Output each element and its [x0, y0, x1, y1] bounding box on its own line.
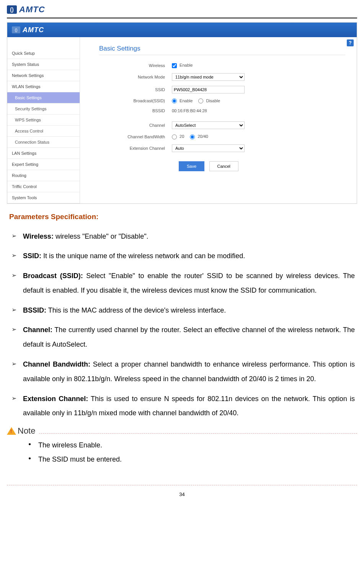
wireless-label: Wireless	[99, 63, 172, 68]
router-brand: AMTC	[23, 26, 44, 34]
sidebar-item-system-status[interactable]: System Status	[7, 59, 80, 70]
page-footer: 34	[7, 485, 357, 497]
param-bandwidth: Channel Bandwidth: Select a proper chann…	[9, 357, 355, 387]
bandwidth-2040-radio[interactable]: 20/40	[190, 134, 208, 139]
sidebar-item-routing[interactable]: Routing	[7, 170, 80, 181]
note-list: The wireless Enable. The SSID must be en…	[7, 436, 357, 475]
param-wireless: Wireless: wireless "Enable" or "Disable"…	[9, 229, 355, 244]
footer-divider	[7, 485, 357, 485]
broadcast-disable-radio[interactable]: Disable	[198, 98, 220, 103]
sidebar-item-expert-setting[interactable]: Expert Setting	[7, 159, 80, 170]
bssid-label: BSSID	[99, 108, 172, 113]
sidebar-item-system-tools[interactable]: System Tools	[7, 192, 80, 203]
param-channel: Channel: The currently used channel by t…	[9, 323, 355, 352]
brand-logo: () AMTC	[7, 5, 357, 15]
sidebar-item-traffic-control[interactable]: Triffic Control	[7, 181, 80, 192]
ssid-input[interactable]	[172, 86, 245, 93]
sidebar-item-quick-setup[interactable]: Quick Setup	[7, 48, 80, 59]
broadcast-label: Broadcast(SSID)	[99, 98, 172, 103]
ext-channel-select[interactable]: Auto	[172, 144, 245, 152]
note-item: The SSID must be entered.	[28, 455, 357, 464]
page-number: 34	[7, 491, 357, 497]
note-divider	[39, 433, 357, 434]
sidebar-item-access-control[interactable]: Access Control	[7, 126, 80, 137]
param-broadcast: Broadcast (SSID): Select "Enable" to ena…	[9, 269, 355, 298]
note-item: The wireless Enable.	[28, 441, 357, 449]
content-title: Basic Settings	[99, 45, 345, 55]
sidebar-item-security-settings[interactable]: Security Settings	[7, 103, 80, 115]
param-ext-channel: Extension Channel: This is used to ensur…	[9, 392, 355, 421]
network-mode-select[interactable]: 11b/g/n mixed mode	[172, 73, 245, 81]
note-section: Note The wireless Enable. The SSID must …	[7, 426, 357, 475]
sidebar-item-wps-settings[interactable]: WPS Settings	[7, 115, 80, 126]
bandwidth-20-radio[interactable]: 20	[172, 134, 184, 139]
swirl-icon: ()	[12, 26, 20, 33]
cancel-button[interactable]: Cancel	[209, 161, 238, 171]
parameters-heading: Parameters Specification:	[9, 211, 355, 223]
ext-channel-label: Extension Channel	[99, 146, 172, 151]
page-header: () AMTC	[0, 0, 364, 15]
brand-text: AMTC	[19, 5, 45, 15]
bandwidth-label: Channel BandWidth	[99, 134, 172, 139]
param-ssid: SSID: It is the unique name of the wirel…	[9, 249, 355, 264]
swirl-icon: ()	[7, 5, 17, 14]
sidebar-nav: Quick Setup System Status Network Settin…	[7, 37, 80, 203]
bssid-value: 00:16:FB:B0:44:28	[172, 108, 207, 113]
router-topbar: () AMTC	[7, 23, 357, 37]
ssid-label: SSID	[99, 87, 172, 92]
sidebar-item-wlan-settings[interactable]: WLAN Settings	[7, 81, 80, 92]
sidebar-item-basic-settings[interactable]: Basic Settings	[7, 92, 80, 103]
sidebar-item-connection-status[interactable]: Connection Status	[7, 137, 80, 148]
param-bssid: BSSID: This is the MAC address of the de…	[9, 303, 355, 318]
network-mode-label: Network Mode	[99, 75, 172, 79]
header-divider	[7, 18, 357, 18]
channel-label: Channel	[99, 123, 172, 128]
help-icon[interactable]: ?	[347, 39, 354, 46]
router-ui-screenshot: () AMTC Quick Setup System Status Networ…	[7, 22, 357, 204]
save-button[interactable]: Save	[179, 161, 204, 171]
wireless-enable-checkbox[interactable]: Enable	[172, 63, 193, 67]
warning-icon	[7, 427, 16, 435]
broadcast-enable-radio[interactable]: Enable	[172, 98, 193, 103]
sidebar-item-lan-settings[interactable]: LAN Settings	[7, 148, 80, 159]
channel-select[interactable]: AutoSelect	[172, 121, 245, 129]
document-body: Parameters Specification: Wireless: wire…	[0, 204, 364, 421]
note-label: Note	[18, 426, 35, 436]
parameters-list: Wireless: wireless "Enable" or "Disable"…	[9, 229, 355, 421]
content-panel: ? Basic Settings Wireless Enable Network…	[80, 37, 357, 203]
sidebar-item-network-settings[interactable]: Network Settings	[7, 70, 80, 81]
